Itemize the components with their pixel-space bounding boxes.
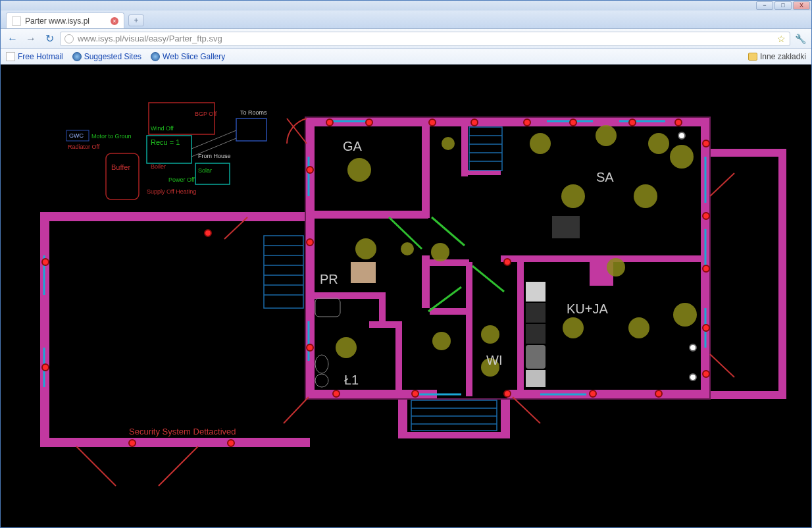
nav-reload-button[interactable]: ↻ xyxy=(41,32,57,46)
svg-text:Radiator Off: Radiator Off xyxy=(68,144,100,150)
svg-line-94 xyxy=(710,354,734,377)
new-tab-button[interactable]: + xyxy=(128,14,144,26)
svg-text:Supply Off  Heating: Supply Off Heating xyxy=(147,188,196,195)
bookmark-star-icon[interactable]: ☆ xyxy=(777,34,786,44)
svg-rect-17 xyxy=(310,211,428,219)
bookmark-label: Web Slice Gallery xyxy=(163,52,225,61)
bookmarks-bar: Free Hotmail Suggested Sites Web Slice G… xyxy=(1,49,811,65)
svg-point-81 xyxy=(561,184,585,208)
svg-rect-19 xyxy=(517,255,524,396)
svg-point-127 xyxy=(678,132,685,139)
svg-rect-63 xyxy=(552,216,580,238)
svg-point-85 xyxy=(628,317,649,338)
svg-point-113 xyxy=(655,390,662,397)
browser-tabstrip: Parter www.isys.pl × + xyxy=(1,11,811,29)
browser-tab-active[interactable]: Parter www.isys.pl × xyxy=(6,13,124,28)
svg-line-95 xyxy=(76,446,116,486)
svg-rect-13 xyxy=(40,438,310,447)
svg-rect-15 xyxy=(422,122,430,218)
bookmark-label: Inne zakładki xyxy=(760,52,806,61)
svg-rect-2 xyxy=(778,149,786,399)
svg-point-83 xyxy=(670,145,694,169)
window-minimize-button[interactable]: − xyxy=(756,1,773,10)
url-field[interactable]: www.isys.pl/visual/easy/Parter_ftp.svg ☆ xyxy=(60,32,790,46)
svg-rect-24 xyxy=(379,292,386,325)
svg-point-61 xyxy=(315,374,328,387)
svg-rect-132 xyxy=(195,163,230,184)
svg-point-75 xyxy=(481,325,499,344)
fixtures xyxy=(315,216,580,387)
svg-point-124 xyxy=(129,440,136,446)
window-titlebar: − □ X xyxy=(1,1,811,11)
svg-rect-50 xyxy=(469,127,502,171)
svg-rect-21 xyxy=(430,308,472,315)
svg-point-103 xyxy=(471,119,478,126)
svg-text:Buffer: Buffer xyxy=(111,163,130,171)
svg-rect-66 xyxy=(526,324,546,344)
svg-point-126 xyxy=(504,259,511,265)
page-content: To Rooms From House Recu = 1 Buffer Sola… xyxy=(1,65,811,527)
svg-text:Power Off: Power Off xyxy=(168,176,195,183)
bookmark-web-slice-gallery[interactable]: Web Slice Gallery xyxy=(151,52,225,61)
svg-point-82 xyxy=(634,184,657,208)
room-label-kuja: KU+JA xyxy=(567,302,608,317)
svg-rect-68 xyxy=(526,370,546,387)
url-text: www.isys.pl/visual/easy/Parter_ftp.svg xyxy=(78,34,773,43)
svg-point-123 xyxy=(42,364,49,371)
bookmark-suggested-sites[interactable]: Suggested Sites xyxy=(72,52,141,61)
lights[interactable] xyxy=(336,125,697,377)
svg-point-110 xyxy=(703,265,709,272)
svg-rect-1 xyxy=(710,149,786,157)
svg-point-108 xyxy=(703,140,709,147)
svg-point-118 xyxy=(307,344,313,351)
tab-title: Parter www.isys.pl xyxy=(25,16,89,26)
bookmark-other-folder[interactable]: Inne zakładki xyxy=(748,52,806,61)
nav-back-button[interactable]: ← xyxy=(5,32,20,46)
svg-point-70 xyxy=(401,242,414,255)
page-icon xyxy=(6,52,15,61)
svg-point-120 xyxy=(307,167,313,173)
ie-icon xyxy=(72,52,82,61)
svg-point-69 xyxy=(347,158,371,182)
svg-text:Boiler: Boiler xyxy=(151,163,166,170)
nav-forward-button[interactable]: → xyxy=(23,32,39,46)
svg-line-91 xyxy=(472,266,504,292)
svg-rect-11 xyxy=(40,212,315,221)
hvac-diagram[interactable]: To Rooms From House Recu = 1 Buffer Sola… xyxy=(66,103,267,199)
svg-rect-133 xyxy=(106,153,139,199)
window-maximize-button[interactable]: □ xyxy=(774,1,792,10)
svg-point-77 xyxy=(442,137,455,150)
tab-close-icon[interactable]: × xyxy=(111,17,118,25)
svg-text:Wind Off: Wind Off xyxy=(151,125,174,132)
svg-rect-7 xyxy=(398,399,407,437)
svg-point-129 xyxy=(690,374,696,381)
room-label-wi: WI xyxy=(486,353,502,368)
svg-point-111 xyxy=(703,325,709,331)
svg-text:Motor to Groun: Motor to Groun xyxy=(91,133,132,140)
svg-rect-3 xyxy=(710,391,786,399)
floorplan-svg[interactable]: To Rooms From House Recu = 1 Buffer Sola… xyxy=(1,65,811,527)
wrench-menu-icon[interactable]: 🔧 xyxy=(793,32,807,46)
svg-point-60 xyxy=(315,355,328,373)
svg-rect-67 xyxy=(526,345,546,369)
svg-point-72 xyxy=(336,337,357,358)
svg-point-86 xyxy=(673,303,697,327)
svg-point-102 xyxy=(429,119,436,126)
room-label-sa: SA xyxy=(596,170,614,185)
globe-icon xyxy=(64,34,74,43)
window-close-button[interactable]: X xyxy=(793,1,810,10)
svg-text:BGP Off: BGP Off xyxy=(195,111,217,117)
svg-point-106 xyxy=(629,119,636,126)
svg-rect-62 xyxy=(315,298,340,317)
svg-point-107 xyxy=(675,119,682,126)
room-label-l1: Ł1 xyxy=(344,373,359,388)
svg-point-74 xyxy=(432,332,451,350)
svg-point-122 xyxy=(42,259,49,265)
svg-point-84 xyxy=(563,317,584,338)
svg-line-136 xyxy=(191,130,236,149)
bookmark-label: Suggested Sites xyxy=(84,52,141,61)
svg-point-100 xyxy=(326,119,333,126)
svg-point-115 xyxy=(504,390,511,397)
svg-rect-59 xyxy=(351,262,376,283)
bookmark-free-hotmail[interactable]: Free Hotmail xyxy=(6,52,63,61)
